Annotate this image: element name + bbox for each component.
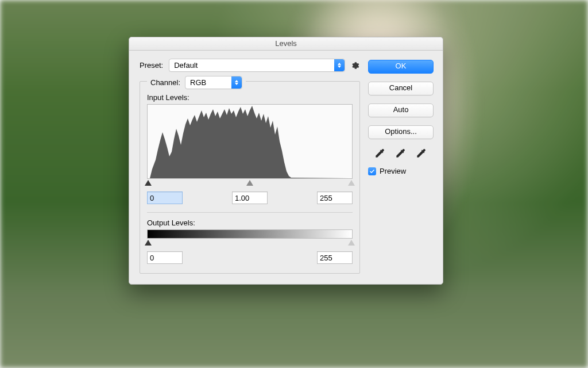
input-levels-label: Input Levels: bbox=[147, 93, 353, 102]
input-slider-track[interactable] bbox=[147, 180, 353, 188]
levels-group: Channel: RGB Input Levels: bbox=[140, 81, 360, 274]
input-white-field[interactable] bbox=[317, 191, 353, 204]
input-gamma-field[interactable] bbox=[232, 191, 268, 204]
output-gradient bbox=[147, 229, 353, 239]
input-black-field[interactable] bbox=[147, 191, 183, 204]
preset-value: Default bbox=[174, 61, 198, 70]
preset-menu-button[interactable] bbox=[351, 61, 360, 70]
dialog-title: Levels bbox=[129, 37, 443, 51]
histogram-shape bbox=[148, 105, 349, 178]
preset-select[interactable]: Default bbox=[169, 59, 345, 72]
eyedroppers bbox=[368, 147, 432, 160]
cancel-button[interactable]: Cancel bbox=[368, 82, 434, 95]
eyedropper-icon bbox=[415, 148, 427, 159]
channel-label: Channel: bbox=[150, 78, 180, 87]
input-black-slider[interactable] bbox=[145, 180, 152, 186]
eyedropper-icon bbox=[394, 148, 406, 159]
output-white-field[interactable] bbox=[317, 251, 353, 264]
white-point-eyedropper[interactable] bbox=[413, 147, 428, 160]
channel-select[interactable]: RGB bbox=[185, 76, 242, 89]
output-levels-label: Output Levels: bbox=[147, 218, 353, 227]
ok-button[interactable]: OK bbox=[368, 60, 434, 74]
output-black-field[interactable] bbox=[147, 251, 183, 264]
gear-icon bbox=[351, 61, 360, 70]
input-white-slider[interactable] bbox=[348, 180, 355, 186]
channel-value: RGB bbox=[190, 78, 206, 87]
check-icon bbox=[369, 168, 375, 174]
chevron-up-down-icon bbox=[231, 76, 242, 89]
eyedropper-icon bbox=[374, 148, 385, 159]
output-white-slider[interactable] bbox=[348, 240, 355, 246]
preset-label: Preset: bbox=[140, 61, 163, 70]
options-button[interactable]: Options... bbox=[368, 125, 434, 139]
gray-point-eyedropper[interactable] bbox=[393, 147, 408, 160]
preview-label: Preview bbox=[380, 167, 406, 175]
divider bbox=[147, 212, 353, 213]
auto-button[interactable]: Auto bbox=[368, 103, 434, 117]
histogram bbox=[147, 104, 353, 179]
chevron-up-down-icon bbox=[334, 59, 345, 71]
output-slider-track[interactable] bbox=[147, 240, 353, 248]
input-gamma-slider[interactable] bbox=[246, 180, 253, 186]
levels-dialog: Levels Preset: Default bbox=[129, 37, 443, 285]
black-point-eyedropper[interactable] bbox=[372, 147, 387, 160]
output-black-slider[interactable] bbox=[145, 240, 152, 246]
preview-checkbox[interactable] bbox=[368, 167, 376, 175]
